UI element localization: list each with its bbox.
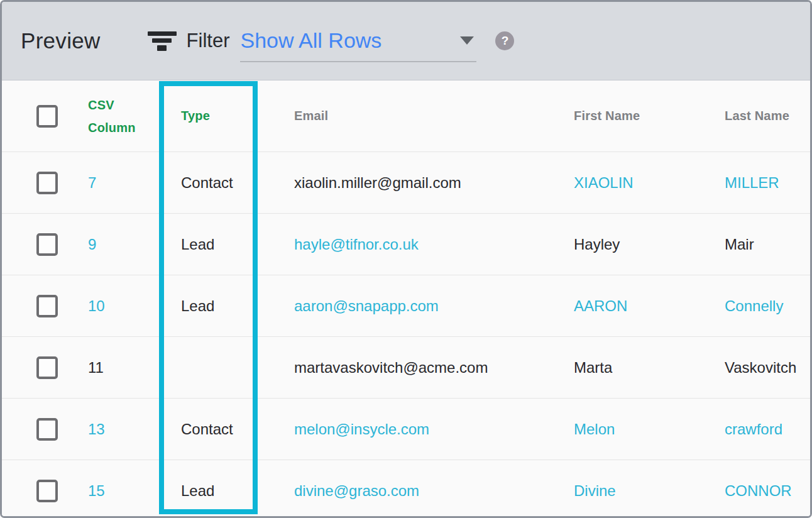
header-checkbox-cell [2,80,71,152]
filter-rows-selected-value: Show All Rows [240,28,381,53]
last-name-cell[interactable]: Connelly [706,275,810,336]
first-name-cell[interactable]: XIAOLIN [555,152,706,213]
table-row: 15 Lead divine@graso.com Divine CONNOR [2,460,810,518]
header-csv-column: CSV Column [71,80,161,152]
csv-column-cell[interactable]: 7 [71,152,161,213]
header-last-name: Last Name [706,80,810,152]
first-name-cell[interactable]: Melon [555,399,706,460]
row-checkbox-cell [2,275,71,336]
table-row: 10 Lead aaron@snapapp.com AARON Connelly [2,275,810,336]
page-title: Preview [21,28,101,53]
filter-icon [147,31,177,51]
select-all-checkbox[interactable] [36,105,58,128]
topbar: Preview Filter Show All Rows ? [2,2,810,80]
first-name-cell: Hayley [555,214,706,275]
row-checkbox[interactable] [36,418,58,441]
header-type: Type [161,80,260,152]
row-checkbox-cell [2,460,71,518]
row-checkbox-cell [2,337,71,398]
row-checkbox[interactable] [36,295,58,317]
table-row: 13 Contact melon@insycle.com Melon crawf… [2,398,810,460]
chevron-down-icon [460,36,474,45]
email-cell[interactable]: hayle@tifnor.co.uk [260,214,555,275]
email-cell: xiaolin.miller@gmail.com [260,152,555,213]
type-cell: Lead [161,275,260,336]
first-name-cell[interactable]: Divine [555,460,706,518]
type-cell: Contact [161,152,260,213]
csv-column-cell: 11 [71,337,161,398]
row-checkbox[interactable] [36,480,58,502]
type-cell: Lead [161,214,260,275]
filter-group: Filter [147,30,230,52]
last-name-cell: Mair [706,214,810,275]
row-checkbox-cell [2,152,71,213]
last-name-cell: Vaskovitch [706,337,810,398]
type-cell: Lead [161,460,260,518]
row-checkbox[interactable] [36,233,58,256]
csv-column-cell[interactable]: 15 [71,460,161,518]
csv-column-cell[interactable]: 9 [71,214,161,275]
last-name-cell[interactable]: CONNOR [706,460,810,518]
dropdown-underline [240,61,476,62]
filter-label: Filter [187,30,230,52]
email-cell[interactable]: aaron@snapapp.com [260,275,555,336]
first-name-cell: Marta [555,337,706,398]
help-icon[interactable]: ? [495,31,514,50]
type-cell: Contact [161,399,260,460]
row-checkbox[interactable] [36,172,58,194]
header-email: Email [260,80,555,152]
header-first-name: First Name [555,80,706,152]
row-checkbox-cell [2,214,71,275]
csv-column-cell[interactable]: 13 [71,399,161,460]
table-header-row: CSV Column Type Email First Name Last Na… [2,80,810,152]
table-row: 7 Contact xiaolin.miller@gmail.com XIAOL… [2,152,810,213]
last-name-cell[interactable]: crawford [706,399,810,460]
type-cell [161,337,260,398]
last-name-cell[interactable]: MILLER [706,152,810,213]
table-body: 7 Contact xiaolin.miller@gmail.com XIAOL… [2,152,810,518]
email-cell[interactable]: melon@insycle.com [260,399,555,460]
email-cell: martavaskovitch@acme.com [260,337,555,398]
table-row: 11 martavaskovitch@acme.com Marta Vaskov… [2,336,810,398]
first-name-cell[interactable]: AARON [555,275,706,336]
preview-window: Preview Filter Show All Rows ? CSV Colum… [0,0,812,518]
row-checkbox[interactable] [36,356,58,379]
table-row: 9 Lead hayle@tifnor.co.uk Hayley Mair [2,213,810,275]
filter-rows-dropdown[interactable]: Show All Rows [240,28,476,62]
csv-column-cell[interactable]: 10 [71,275,161,336]
row-checkbox-cell [2,399,71,460]
email-cell[interactable]: divine@graso.com [260,460,555,518]
